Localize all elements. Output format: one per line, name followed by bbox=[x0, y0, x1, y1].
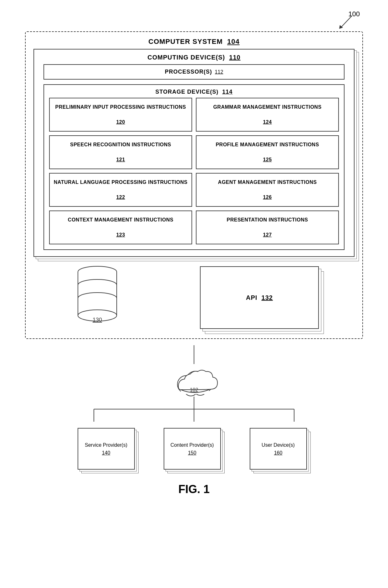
instructions-grid: PRELIMINARY INPUT PROCESSING INSTRUCTION… bbox=[44, 98, 344, 249]
instruction-text-126: AGENT MANAGEMENT INSTRUCTIONS bbox=[218, 179, 317, 186]
instruction-ref-124: 124 bbox=[263, 118, 272, 126]
instruction-text-123: CONTEXT MANAGEMENT INSTRUCTIONS bbox=[68, 216, 173, 224]
instruction-text-122: NATURAL LANGUAGE PROCESSING INSTRUCTIONS bbox=[54, 179, 187, 186]
processor-text: PROCESSOR(S) bbox=[165, 69, 212, 75]
devices-row: Service Provider(s) 140 Content Provider… bbox=[78, 428, 311, 473]
cp-box-main: Content Provider(s) 150 bbox=[164, 428, 221, 470]
instruction-text-120: PRELIMINARY INPUT PROCESSING INSTRUCTION… bbox=[55, 103, 186, 111]
network-cloud-icon: 102 bbox=[169, 364, 219, 398]
instruction-cell-124: GRAMMAR MANAGEMENT INSTRUCTIONS 124 bbox=[196, 98, 339, 132]
svg-text:130: 130 bbox=[93, 317, 102, 323]
instruction-ref-121: 121 bbox=[116, 156, 125, 164]
computer-system-label: COMPUTER SYSTEM 104 bbox=[26, 32, 362, 49]
instruction-cell-123: CONTEXT MANAGEMENT INSTRUCTIONS 123 bbox=[49, 211, 192, 244]
api-label: API 132 bbox=[246, 294, 273, 301]
figure-label: FIG. 1 bbox=[19, 483, 369, 496]
service-provider-box-group: Service Provider(s) 140 bbox=[78, 428, 139, 473]
database-group: 130 bbox=[69, 263, 132, 323]
api-group: API 132 bbox=[200, 266, 319, 329]
ud-box-main: User Device(s) 160 bbox=[250, 428, 307, 470]
database-cylinders-icon: 130 bbox=[69, 263, 132, 326]
storage-device-box: STORAGE DEVICE(S) 114 PRELIMINARY INPUT … bbox=[43, 84, 345, 250]
computer-system-ref: 104 bbox=[227, 38, 240, 45]
instruction-text-125: PROFILE MANAGEMENT INSTRUCTIONS bbox=[216, 141, 319, 148]
instruction-cell-127: PRESENTATION INSTRUCTIONS 127 bbox=[196, 211, 339, 244]
network-section: 102 Service Provider(s bbox=[19, 345, 369, 473]
page: 100 COMPUTER SYSTEM 104 COMPUTING DEVICE… bbox=[0, 0, 388, 588]
instruction-ref-126: 126 bbox=[263, 194, 272, 201]
cp-label: Content Provider(s) bbox=[171, 442, 214, 449]
ud-label: User Device(s) bbox=[262, 442, 295, 449]
instruction-cell-122: NATURAL LANGUAGE PROCESSING INSTRUCTIONS… bbox=[49, 173, 192, 207]
api-text: API bbox=[246, 294, 257, 301]
figure-label-text: FIG. 1 bbox=[178, 483, 210, 496]
computing-device-box: COMPUTING DEVICE(S) 110 PROCESSOR(S) 112… bbox=[33, 49, 355, 257]
computing-devices-ref: 110 bbox=[229, 54, 240, 61]
user-device-stack: User Device(s) 160 bbox=[250, 428, 311, 473]
computing-devices-text: COMPUTING DEVICE(S) bbox=[147, 54, 225, 61]
instruction-text-121: SPEECH RECOGNITION INSTRUCTIONS bbox=[70, 141, 171, 148]
storage-device-ref: 114 bbox=[222, 89, 232, 95]
instruction-cell-121: SPEECH RECOGNITION INSTRUCTIONS 121 bbox=[49, 135, 192, 169]
instruction-ref-125: 125 bbox=[263, 156, 272, 164]
computing-device-label: COMPUTING DEVICE(S) 110 bbox=[34, 49, 354, 64]
api-ref: 132 bbox=[262, 294, 273, 301]
instruction-cell-120: PRELIMINARY INPUT PROCESSING INSTRUCTION… bbox=[49, 98, 192, 132]
instruction-text-127: PRESENTATION INSTRUCTIONS bbox=[227, 216, 308, 224]
sp-ref: 140 bbox=[102, 450, 110, 456]
instruction-ref-123: 123 bbox=[116, 231, 125, 239]
instruction-ref-122: 122 bbox=[116, 194, 125, 201]
ud-ref: 160 bbox=[274, 450, 283, 456]
instruction-cell-126: AGENT MANAGEMENT INSTRUCTIONS 126 bbox=[196, 173, 339, 207]
instruction-text-124: GRAMMAR MANAGEMENT INSTRUCTIONS bbox=[213, 103, 321, 111]
instruction-ref-120: 120 bbox=[116, 118, 125, 126]
cloud-connections-icon bbox=[53, 397, 335, 422]
storage-device-text: STORAGE DEVICE(S) bbox=[156, 89, 219, 95]
api-box-main: API 132 bbox=[200, 266, 319, 329]
svg-line-0 bbox=[341, 16, 352, 27]
service-provider-stack: Service Provider(s) 140 bbox=[78, 428, 139, 473]
content-provider-box-group: Content Provider(s) 150 bbox=[164, 428, 225, 473]
sp-label: Service Provider(s) bbox=[85, 442, 127, 449]
svg-text:102: 102 bbox=[190, 387, 198, 393]
arrow-100-icon bbox=[332, 13, 357, 32]
computer-system-box: COMPUTER SYSTEM 104 COMPUTING DEVICE(S) … bbox=[25, 31, 363, 339]
instruction-cell-125: PROFILE MANAGEMENT INSTRUCTIONS 125 bbox=[196, 135, 339, 169]
cloud-container: 102 bbox=[169, 364, 219, 400]
processor-box: PROCESSOR(S) 112 bbox=[43, 64, 345, 80]
vertical-line-top bbox=[189, 345, 199, 364]
cp-ref: 150 bbox=[188, 450, 197, 456]
content-provider-stack: Content Provider(s) 150 bbox=[164, 428, 225, 473]
instruction-ref-127: 127 bbox=[263, 231, 272, 239]
bottom-section: 130 API 132 bbox=[26, 257, 362, 338]
storage-device-label: STORAGE DEVICE(S) 114 bbox=[44, 85, 344, 98]
computer-system-text: COMPUTER SYSTEM bbox=[148, 38, 222, 45]
sp-box-main: Service Provider(s) 140 bbox=[78, 428, 135, 470]
user-device-box-group: User Device(s) 160 bbox=[250, 428, 311, 473]
processor-ref: 112 bbox=[215, 69, 223, 75]
